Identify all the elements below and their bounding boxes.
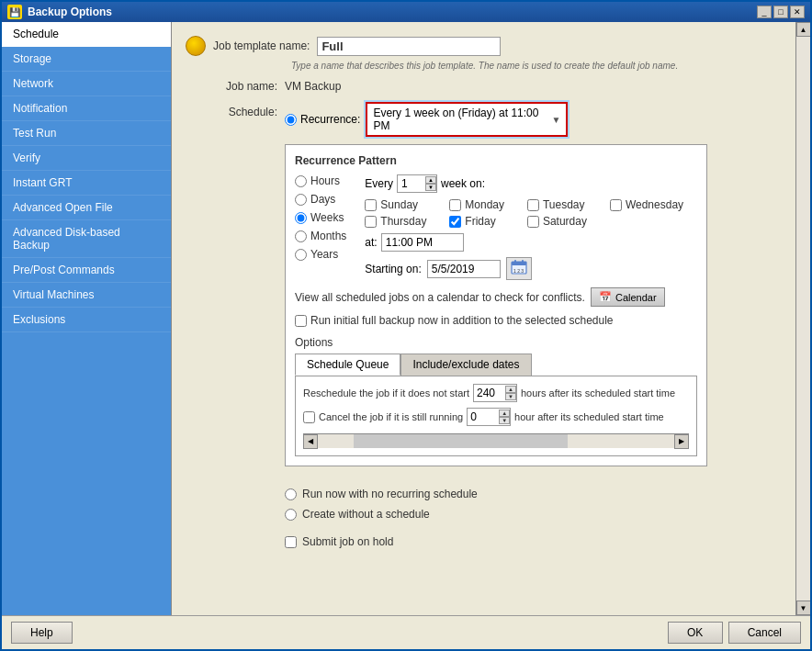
title-bar: 💾 Backup Options _ □ ✕ <box>2 2 810 22</box>
submit-hold-checkbox[interactable] <box>285 536 297 548</box>
close-button[interactable]: ✕ <box>790 6 805 18</box>
day-monday[interactable]: Monday <box>449 198 518 211</box>
scroll-track-h[interactable] <box>318 434 674 448</box>
pattern-days[interactable]: Days <box>295 193 346 206</box>
day-wednesday[interactable]: Wednesday <box>610 198 697 211</box>
help-button[interactable]: Help <box>11 622 73 644</box>
ok-button[interactable]: OK <box>668 622 723 644</box>
scroll-right-button[interactable]: ▶ <box>674 434 689 449</box>
template-name-input[interactable] <box>317 37 501 56</box>
view-calendar-text: View all scheduled jobs on a calendar to… <box>295 291 585 304</box>
run-now-label: Run now with no recurring schedule <box>302 488 478 500</box>
every-label: Every <box>365 177 393 190</box>
scroll-down-button[interactable]: ▼ <box>796 600 811 615</box>
options-section: Options Schedule Queue Include/exclude d… <box>295 336 697 456</box>
day-tuesday[interactable]: Tuesday <box>527 198 601 211</box>
bottom-bar: Help OK Cancel <box>2 615 810 649</box>
pattern-weeks[interactable]: Weeks <box>295 211 346 224</box>
scroll-track-v[interactable] <box>796 37 810 600</box>
sidebar-item-notification[interactable]: Notification <box>2 96 171 121</box>
svg-text:1 2 3: 1 2 3 <box>513 268 524 274</box>
calendar-btn-label: Calendar <box>615 292 657 303</box>
pattern-months[interactable]: Months <box>295 230 346 242</box>
cancel-spin-down[interactable]: ▼ <box>499 417 510 424</box>
svg-rect-2 <box>514 260 516 264</box>
template-icon <box>186 36 206 56</box>
scroll-up-button[interactable]: ▲ <box>796 22 811 37</box>
sidebar-item-storage[interactable]: Storage <box>2 47 171 72</box>
cancel-spinner[interactable]: ▲ ▼ <box>499 410 510 424</box>
svg-rect-1 <box>512 262 526 265</box>
starting-on-label: Starting on: <box>365 263 421 275</box>
sidebar-item-instantgrt[interactable]: Instant GRT <box>2 171 171 196</box>
calendar-btn-icon: 📅 <box>599 291 612 303</box>
sidebar-item-verify[interactable]: Verify <box>2 146 171 171</box>
sidebar-item-prepost[interactable]: Pre/Post Commands <box>2 258 171 283</box>
starting-date-input[interactable] <box>427 260 501 278</box>
time-input[interactable] <box>381 233 464 252</box>
sidebar-item-network[interactable]: Network <box>2 72 171 96</box>
tab-schedule-queue[interactable]: Schedule Queue <box>295 354 400 376</box>
sidebar-item-vms[interactable]: Virtual Machines <box>2 283 171 308</box>
day-sunday[interactable]: Sunday <box>365 198 440 211</box>
dropdown-arrow-icon[interactable]: ▼ <box>551 115 560 125</box>
recurrence-radio[interactable] <box>285 114 297 126</box>
reschedule-spin-up[interactable]: ▲ <box>505 386 516 393</box>
reschedule-text: Reschedule the job if it does not start <box>303 387 469 398</box>
sidebar-item-advancedopenfile[interactable]: Advanced Open File <box>2 196 171 220</box>
minimize-button[interactable]: _ <box>757 6 772 18</box>
cancel-spin-up[interactable]: ▲ <box>499 410 510 417</box>
create-without-option[interactable]: Create without a schedule <box>285 508 707 521</box>
main-content: Schedule Storage Network Notification Te… <box>2 22 810 615</box>
spin-down-icon[interactable]: ▼ <box>425 184 436 191</box>
reschedule-spinner[interactable]: ▲ ▼ <box>505 386 516 400</box>
initial-backup-row: Run initial full backup now in addition … <box>295 314 697 327</box>
recurrence-radio-label[interactable]: Recurrence: <box>285 113 360 126</box>
calendar-button[interactable]: 📅 Calendar <box>591 287 665 307</box>
sidebar-item-testrun[interactable]: Test Run <box>2 121 171 146</box>
cancel-suffix: hour after its scheduled start time <box>514 411 664 422</box>
cancel-button[interactable]: Cancel <box>728 622 801 644</box>
horizontal-scrollbar: ◀ ▶ <box>303 433 689 448</box>
reschedule-spin-down[interactable]: ▼ <box>505 393 516 400</box>
every-spinner[interactable]: ▲ ▼ <box>425 176 436 191</box>
run-now-option[interactable]: Run now with no recurring schedule <box>285 488 707 500</box>
other-options: Run now with no recurring schedule Creat… <box>285 488 707 521</box>
date-picker-button[interactable]: 1 2 3 <box>506 257 532 280</box>
pattern-years[interactable]: Years <box>295 248 346 261</box>
day-friday[interactable]: Friday <box>449 215 518 228</box>
every-input[interactable] <box>398 175 425 192</box>
pattern-hours[interactable]: Hours <box>295 174 346 187</box>
day-saturday[interactable]: Saturday <box>527 215 601 228</box>
view-calendar-row: View all scheduled jobs on a calendar to… <box>295 287 697 307</box>
create-without-label: Create without a schedule <box>302 508 430 521</box>
template-label: Job template name: <box>213 39 310 52</box>
scroll-left-button[interactable]: ◀ <box>303 434 318 449</box>
submit-hold-row[interactable]: Submit job on hold <box>285 535 707 548</box>
recurrence-row: Recurrence: Every 1 week on (Friday) at … <box>285 102 707 137</box>
main-window: 💾 Backup Options _ □ ✕ Schedule Storage … <box>0 0 812 651</box>
cancel-checkbox[interactable] <box>303 411 315 423</box>
template-name-row: Job template name: <box>186 36 782 56</box>
sidebar-item-schedule[interactable]: Schedule <box>2 22 171 47</box>
recurrence-label: Recurrence: <box>300 113 360 126</box>
app-icon: 💾 <box>7 5 22 19</box>
recurrence-panel: Recurrence Pattern Hours Days Weeks Mont… <box>285 144 707 466</box>
initial-backup-checkbox[interactable] <box>295 315 307 327</box>
cancel-row: Cancel the job if it is still running ▲ … <box>303 408 689 426</box>
recurrence-dropdown[interactable]: Every 1 week on (Friday) at 11:00 PM ▼ <box>366 102 568 137</box>
spin-up-icon[interactable]: ▲ <box>425 176 436 184</box>
day-thursday[interactable]: Thursday <box>365 215 440 228</box>
week-on-label: week on: <box>441 177 485 190</box>
tab-include-exclude[interactable]: Include/exclude dates <box>400 354 531 376</box>
days-grid: Sunday Monday Tuesday Wednesday Thursday… <box>365 198 697 228</box>
calendar-icon: 1 2 3 <box>511 260 527 275</box>
maximize-button[interactable]: □ <box>773 6 788 18</box>
sidebar-item-advanceddisk[interactable]: Advanced Disk-based Backup <box>2 220 171 258</box>
recurrence-value: Every 1 week on (Friday) at 11:00 PM <box>373 107 551 132</box>
initial-backup-label: Run initial full backup now in addition … <box>310 314 614 327</box>
reschedule-input[interactable] <box>474 385 505 401</box>
cancel-input[interactable] <box>468 409 499 425</box>
sidebar-item-exclusions[interactable]: Exclusions <box>2 308 171 332</box>
title-bar-controls[interactable]: _ □ ✕ <box>757 6 805 18</box>
